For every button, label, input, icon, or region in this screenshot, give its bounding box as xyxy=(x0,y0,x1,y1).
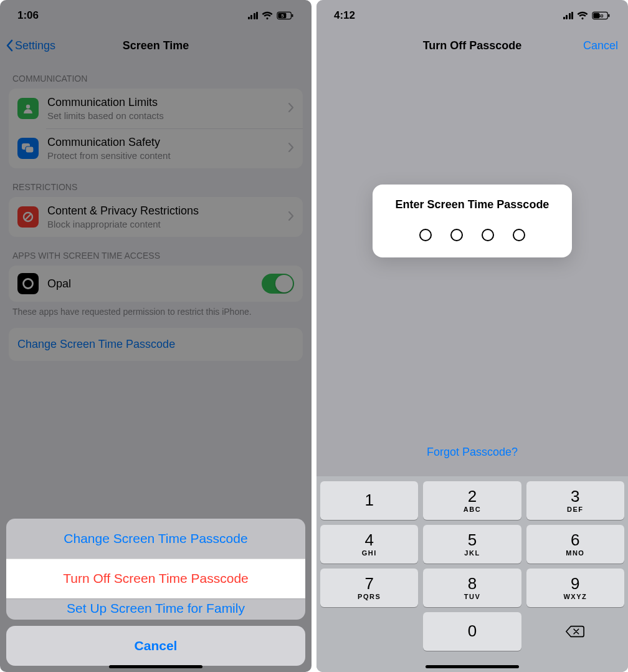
cancel-button[interactable]: Cancel xyxy=(583,39,618,52)
passcode-dot xyxy=(450,229,463,241)
keypad-key-6[interactable]: 6MNO xyxy=(526,525,624,564)
home-indicator xyxy=(109,665,202,668)
keypad-delete-button[interactable] xyxy=(526,612,624,651)
action-sheet: Change Screen Time Passcode Turn Off Scr… xyxy=(6,519,305,666)
number-keypad: 1 2ABC 3DEF 4GHI 5JKL 6MNO 7PQRS 8TUV 9W… xyxy=(316,476,628,672)
battery-icon: 40 xyxy=(592,11,611,20)
keypad-key-1[interactable]: 1 xyxy=(320,481,418,520)
sheet-cancel-button[interactable]: Cancel xyxy=(6,626,305,666)
svg-rect-12 xyxy=(608,14,609,17)
passcode-dot xyxy=(419,229,432,241)
enter-passcode-phone: 4:12 40 Turn Off Passcode Cancel Enter S… xyxy=(316,0,628,672)
passcode-dot xyxy=(513,229,525,241)
svg-text:40: 40 xyxy=(598,13,604,19)
passcode-prompt: Enter Screen Time Passcode xyxy=(384,198,561,211)
keypad-key-8[interactable]: 8TUV xyxy=(423,569,521,607)
passcode-dots xyxy=(384,229,561,241)
sheet-change-passcode-button[interactable]: Change Screen Time Passcode xyxy=(6,519,305,559)
sheet-turn-off-passcode-button[interactable]: Turn Off Screen Time Passcode xyxy=(6,559,305,598)
sheet-setup-family-button[interactable]: Set Up Screen Time for Family xyxy=(6,598,305,620)
keypad-key-0[interactable]: 0 xyxy=(423,612,521,651)
keypad-key-5[interactable]: 5JKL xyxy=(423,525,521,564)
cellular-icon xyxy=(563,12,574,19)
status-bar: 4:12 40 xyxy=(316,0,628,31)
nav-bar: Turn Off Passcode Cancel xyxy=(316,31,628,60)
status-time: 4:12 xyxy=(334,9,355,22)
keypad-spacer xyxy=(320,612,418,651)
wifi-icon xyxy=(577,11,588,20)
keypad-key-3[interactable]: 3DEF xyxy=(526,481,624,520)
page-title: Turn Off Passcode xyxy=(423,39,522,52)
home-indicator xyxy=(426,665,519,668)
backspace-icon xyxy=(565,624,585,639)
keypad-key-9[interactable]: 9WXYZ xyxy=(526,569,624,607)
forgot-passcode-link[interactable]: Forgot Passcode? xyxy=(316,434,628,476)
passcode-card: Enter Screen Time Passcode xyxy=(373,185,572,257)
passcode-dot xyxy=(482,229,494,241)
keypad-key-7[interactable]: 7PQRS xyxy=(320,569,418,607)
keypad-key-4[interactable]: 4GHI xyxy=(320,525,418,564)
screen-time-settings-phone: 1:06 5 Settings Screen Time COMMUNICATIO… xyxy=(0,0,312,672)
keypad-key-2[interactable]: 2ABC xyxy=(423,481,521,520)
